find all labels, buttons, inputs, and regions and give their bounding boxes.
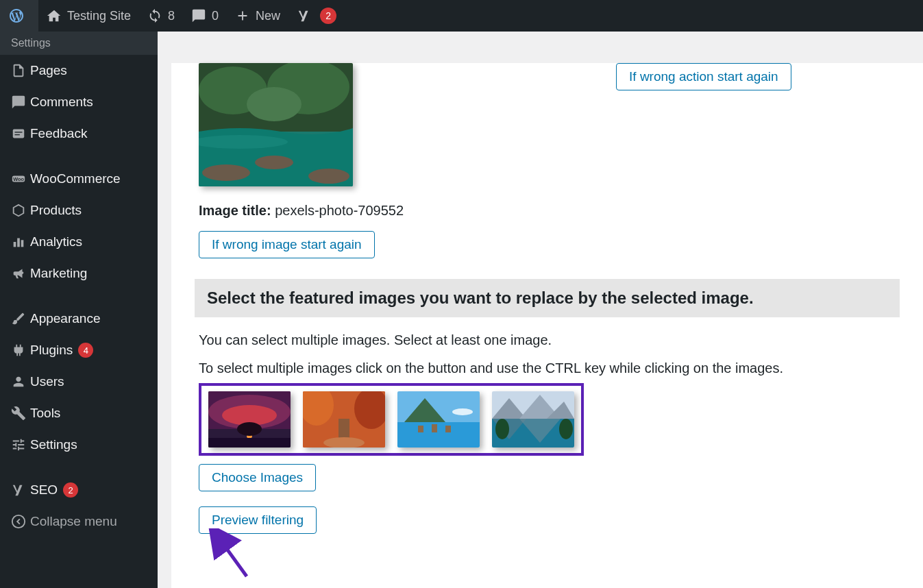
- admin-bar: Testing Site 8 0 New 2: [0, 0, 923, 32]
- svg-point-8: [12, 515, 25, 528]
- seo-badge: 2: [63, 482, 78, 498]
- wrong-image-button[interactable]: If wrong image start again: [199, 231, 375, 258]
- svg-point-39: [495, 419, 509, 439]
- wrong-action-button[interactable]: If wrong action start again: [616, 63, 791, 90]
- sidebar-item-woocommerce[interactable]: Woo WooCommerce: [0, 163, 158, 195]
- sidebar-item-tools[interactable]: Tools: [0, 397, 158, 429]
- comments-link[interactable]: 0: [183, 0, 227, 32]
- svg-rect-0: [13, 130, 25, 138]
- sidebar-item-users[interactable]: Users: [0, 366, 158, 397]
- desc-2: To select multiple images click on the b…: [199, 360, 896, 376]
- selected-thumbnails: [199, 383, 584, 456]
- desc-1: You can select multiple images. Select a…: [199, 332, 896, 348]
- svg-point-16: [308, 169, 349, 184]
- page-icon: [11, 63, 30, 78]
- image-title-value: pexels-photo-709552: [275, 203, 404, 218]
- svg-rect-1: [15, 132, 23, 132]
- plugin-icon: [11, 343, 30, 358]
- sliders-icon: [11, 437, 30, 452]
- section-header: Select the featured images you want to r…: [195, 279, 900, 317]
- analytics-icon: [11, 234, 30, 249]
- svg-rect-34: [432, 424, 437, 432]
- sidebar-item-analytics[interactable]: Analytics: [0, 226, 158, 258]
- sidebar-collapse[interactable]: Collapse menu: [0, 506, 158, 537]
- svg-text:Woo: Woo: [13, 176, 24, 182]
- svg-point-14: [202, 164, 250, 181]
- svg-rect-5: [14, 242, 16, 247]
- sidebar-item-feedback[interactable]: Feedback: [0, 118, 158, 149]
- main-content: Image title: pexels-photo-709552 If wron…: [171, 63, 923, 588]
- updates-link[interactable]: 8: [139, 0, 183, 32]
- svg-rect-33: [418, 426, 423, 432]
- collapse-icon: [11, 514, 30, 529]
- thumb-mountain[interactable]: [492, 391, 574, 448]
- admin-sidebar: Settings Pages Comments Feedback Woo Woo…: [0, 32, 158, 588]
- thumb-autumn[interactable]: [303, 391, 385, 448]
- products-icon: [11, 203, 30, 218]
- wordpress-icon: [8, 8, 25, 24]
- svg-rect-6: [17, 238, 20, 247]
- home-icon: [47, 8, 62, 23]
- sidebar-item-marketing[interactable]: Marketing: [0, 258, 158, 289]
- sidebar-item-comments[interactable]: Comments: [0, 86, 158, 118]
- yoast-badge: 2: [320, 8, 336, 24]
- svg-point-40: [559, 419, 573, 439]
- svg-line-41: [218, 537, 247, 576]
- comment-icon: [11, 95, 30, 110]
- svg-point-15: [255, 156, 293, 169]
- site-name: Testing Site: [67, 9, 131, 23]
- thumb-beach[interactable]: [397, 391, 480, 448]
- sidebar-item-appearance[interactable]: Appearance: [0, 303, 158, 334]
- megaphone-icon: [11, 266, 30, 281]
- new-label: New: [256, 9, 280, 23]
- user-icon: [11, 374, 30, 389]
- selected-featured-image: [199, 63, 353, 186]
- svg-point-13: [247, 87, 301, 121]
- svg-rect-35: [445, 426, 451, 432]
- yoast-link[interactable]: 2: [288, 0, 345, 32]
- svg-rect-7: [21, 240, 24, 247]
- sidebar-item-seo[interactable]: SEO 2: [0, 474, 158, 506]
- section-heading: Select the featured images you want to r…: [207, 289, 887, 308]
- svg-rect-2: [15, 134, 20, 135]
- site-home-link[interactable]: Testing Site: [38, 0, 139, 32]
- sidebar-item-pages[interactable]: Pages: [0, 55, 158, 86]
- comments-count: 0: [212, 9, 219, 23]
- wordpress-logo[interactable]: [0, 0, 38, 32]
- new-content-link[interactable]: New: [227, 0, 288, 32]
- preview-filtering-button[interactable]: Preview filtering: [199, 506, 317, 534]
- image-title-label: Image title:: [199, 203, 271, 218]
- thumb-sunset[interactable]: [208, 391, 291, 448]
- svg-rect-32: [397, 422, 480, 448]
- svg-rect-24: [208, 438, 291, 448]
- refresh-icon: [147, 8, 162, 23]
- wrench-icon: [11, 406, 30, 421]
- sidebar-item-settings[interactable]: Settings: [0, 429, 158, 461]
- yoast-icon: [297, 8, 312, 23]
- sidebar-item-plugins[interactable]: Plugins 4: [0, 334, 158, 366]
- yoast-icon: [11, 482, 30, 498]
- choose-images-button[interactable]: Choose Images: [199, 464, 316, 491]
- svg-point-36: [452, 408, 473, 415]
- updates-count: 8: [168, 9, 175, 23]
- brush-icon: [11, 311, 30, 326]
- image-title-row: Image title: pexels-photo-709552: [199, 203, 404, 219]
- svg-point-23: [237, 422, 262, 436]
- plugins-badge: 4: [78, 343, 93, 358]
- comment-icon: [191, 8, 206, 23]
- sidebar-item-products[interactable]: Products: [0, 195, 158, 226]
- feedback-icon: [11, 126, 30, 141]
- woocommerce-icon: Woo: [11, 171, 30, 186]
- sidebar-item-settings-sub[interactable]: Settings: [0, 32, 158, 55]
- plus-icon: [235, 8, 250, 23]
- annotation-arrow-icon: [206, 528, 260, 583]
